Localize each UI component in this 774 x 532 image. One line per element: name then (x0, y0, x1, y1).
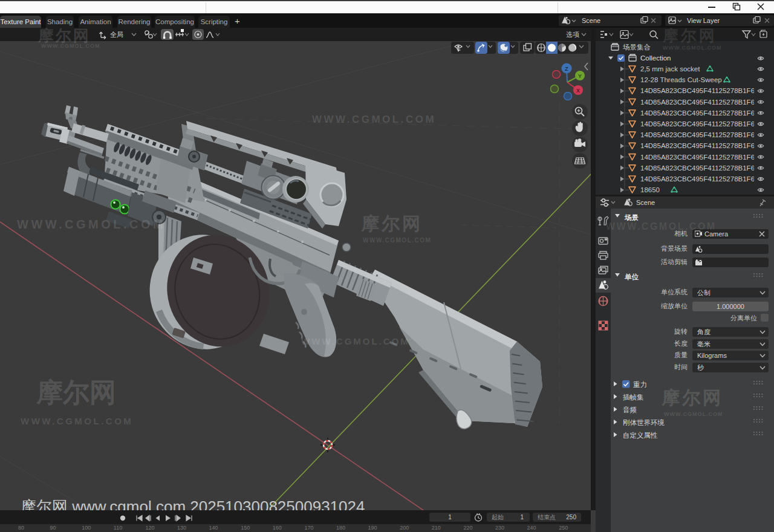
svg-text:18650: 18650 (640, 186, 660, 193)
svg-text:Scene: Scene (582, 17, 600, 24)
svg-text:自定义属性: 自定义属性 (623, 432, 658, 439)
svg-text:14D85A823CBC495F41125278B1F686: 14D85A823CBC495F41125278B1F6865 (640, 99, 766, 106)
svg-text:14D85A823CBC495F41125278B1F686: 14D85A823CBC495F41125278B1F6865 (640, 175, 766, 183)
svg-text:场景集合: 场景集合 (622, 44, 651, 51)
svg-text:14D85A823CBC495F41125278B1F686: 14D85A823CBC495F41125278B1F6865 (640, 109, 766, 117)
svg-text:刚体世界环境: 刚体世界环境 (623, 419, 665, 426)
svg-text:Scene: Scene (636, 199, 655, 206)
svg-text:重力: 重力 (633, 381, 647, 388)
svg-text:14D85A823CBC495F41125278B1F686: 14D85A823CBC495F41125278B1F6865 (640, 87, 766, 94)
svg-text:选项: 选项 (566, 31, 579, 38)
svg-text:14D85A823CBC495F41125278B1F686: 14D85A823CBC495F41125278B1F6865 (640, 142, 766, 149)
svg-text:14D85A823CBC495F41125278B1F686: 14D85A823CBC495F41125278B1F6865 (640, 131, 766, 138)
svg-text:X: X (576, 88, 580, 94)
svg-text:Collection: Collection (640, 54, 671, 62)
svg-text:2,5 mm jack socket: 2,5 mm jack socket (640, 65, 700, 73)
svg-text:单位: 单位 (624, 273, 639, 281)
svg-text:12-28 Threads Cut-Sweep: 12-28 Threads Cut-Sweep (640, 76, 722, 83)
svg-text:View Layer: View Layer (687, 17, 720, 24)
svg-text:14D85A823CBC495F41125278B1F686: 14D85A823CBC495F41125278B1F6865 (640, 164, 766, 172)
svg-text:插帧集: 插帧集 (623, 394, 644, 401)
svg-text:14D85A823CBC495F41125278B1F686: 14D85A823CBC495F41125278B1F6865 (640, 120, 766, 128)
svg-text:14D85A823CBC495F41125278B1F686: 14D85A823CBC495F41125278B1F6865 (640, 154, 766, 161)
svg-text:Z: Z (565, 66, 568, 72)
svg-text:全局: 全局 (110, 31, 123, 38)
svg-text:音频: 音频 (623, 406, 637, 414)
svg-text:场景: 场景 (624, 214, 639, 221)
svg-text:Y: Y (578, 73, 582, 79)
